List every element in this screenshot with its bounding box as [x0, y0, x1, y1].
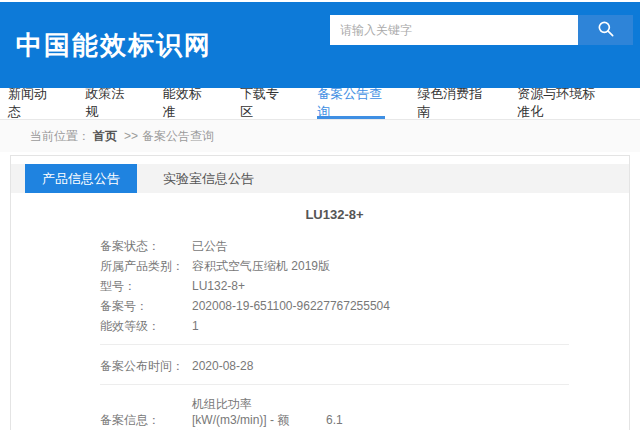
tab-product-info[interactable]: 产品信息公告 [25, 164, 137, 193]
field-label: 型号： [100, 278, 192, 295]
tab-lab-info[interactable]: 实验室信息公告 [146, 164, 271, 193]
field-value: 已公告 [192, 238, 228, 255]
nav-item-record-announcement[interactable]: 备案公告查询 [317, 88, 385, 119]
field-value: 2020-08-28 [192, 359, 253, 373]
nav-item-standards[interactable]: 能效标准 [163, 88, 208, 119]
field-value: 容积式空气压缩机 2019版 [192, 258, 330, 275]
product-detail-content: LU132-8+ 备案状态： 已公告 所属产品类别： 容积式空气压缩机 2019… [11, 193, 629, 430]
field-label: 能效等级： [100, 318, 192, 335]
breadcrumb-prefix: 当前位置： [30, 128, 90, 145]
field-model: 型号： LU132-8+ [100, 276, 569, 296]
nav-item-resources-environment[interactable]: 资源与环境标准化 [517, 88, 608, 119]
product-model-title: LU132-8+ [100, 207, 569, 222]
field-label: 备案状态： [100, 238, 192, 255]
record-info-value: 6.1 [326, 413, 343, 427]
field-value: LU132-8+ [192, 279, 245, 293]
search-button[interactable] [578, 15, 633, 45]
divider [100, 344, 569, 345]
field-value: 1 [192, 319, 199, 333]
divider [100, 384, 569, 385]
search-input[interactable] [330, 15, 578, 45]
search-bar [330, 15, 633, 45]
field-label: 备案号： [100, 298, 192, 315]
field-record-status: 备案状态： 已公告 [100, 236, 569, 256]
field-efficiency-grade: 能效等级： 1 [100, 316, 569, 336]
breadcrumb-separator: >> [124, 129, 138, 143]
main-nav: 新闻动态 政策法规 能效标准 下载专区 备案公告查询 绿色消费指南 资源与环境标… [0, 88, 640, 120]
field-label: 备案公布时间： [100, 358, 192, 375]
nav-item-policy[interactable]: 政策法规 [85, 88, 130, 119]
nav-item-green-consumption[interactable]: 绿色消费指南 [417, 88, 485, 119]
field-value: 202008-19-651100-96227767255504 [192, 299, 390, 313]
field-record-number: 备案号： 202008-19-651100-96227767255504 [100, 296, 569, 316]
search-icon [596, 19, 616, 42]
breadcrumb: 当前位置： 首页 >> 备案公告查询 [0, 120, 640, 152]
field-label: 备案信息： [100, 412, 192, 429]
record-info-parameter: 机组比功率 [kW/(m3/min)] - 额 定值 [192, 396, 310, 430]
field-publish-date: 备案公布时间： 2020-08-28 [100, 356, 569, 376]
record-detail-panel: 产品信息公告 实验室信息公告 LU132-8+ 备案状态： 已公告 所属产品类别… [10, 155, 630, 430]
nav-item-downloads[interactable]: 下载专区 [240, 88, 285, 119]
breadcrumb-home-link[interactable]: 首页 [93, 128, 117, 145]
nav-item-news[interactable]: 新闻动态 [8, 88, 53, 119]
announcement-tabs: 产品信息公告 实验室信息公告 [11, 164, 629, 193]
site-header: 中国能效标识网 [0, 2, 640, 88]
site-logo: 中国能效标识网 [16, 28, 212, 63]
breadcrumb-current: 备案公告查询 [142, 128, 214, 145]
field-product-category: 所属产品类别： 容积式空气压缩机 2019版 [100, 256, 569, 276]
field-record-info: 备案信息： 机组比功率 [kW/(m3/min)] - 额 定值 6.1 [100, 396, 569, 430]
field-label: 所属产品类别： [100, 258, 192, 275]
